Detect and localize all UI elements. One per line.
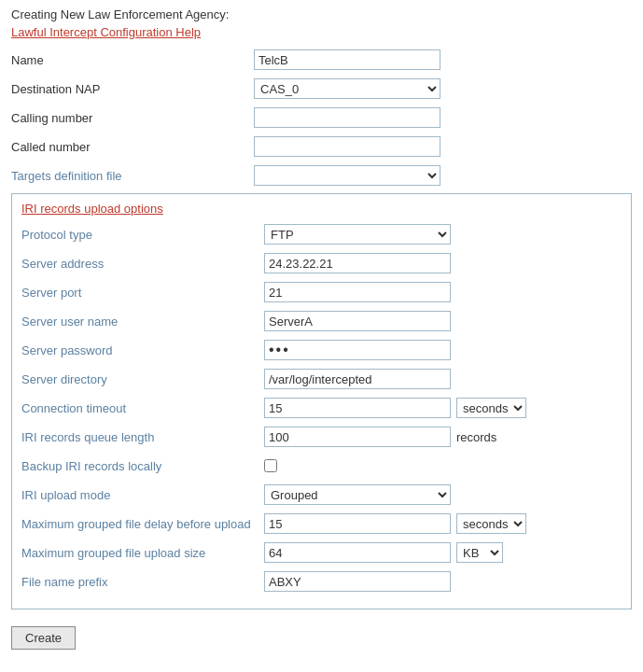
max-grouped-size-label: Maximum grouped file upload size [21, 546, 264, 560]
server-password-label: Server password [21, 343, 264, 357]
backup-iri-checkbox[interactable] [264, 459, 277, 472]
max-grouped-size-unit-select[interactable]: KB MB [456, 542, 503, 563]
iri-queue-unit: records [456, 430, 496, 444]
destination-nap-select[interactable]: CAS_0 CAS_1 [254, 78, 440, 99]
help-link[interactable]: Lawful Intercept Configuration Help [11, 25, 632, 39]
called-number-row: Called number [11, 135, 632, 158]
server-directory-input[interactable] [264, 369, 451, 389]
max-grouped-size-input[interactable] [264, 542, 451, 563]
connection-timeout-row: Connection timeout seconds minutes [21, 397, 622, 419]
server-address-input[interactable] [264, 253, 451, 273]
iri-section: IRI records upload options Protocol type… [11, 193, 632, 609]
name-label: Name [11, 53, 254, 67]
iri-queue-input[interactable] [264, 427, 451, 447]
called-number-input[interactable] [254, 136, 440, 157]
name-input[interactable] [254, 49, 440, 70]
file-name-prefix-input[interactable] [264, 571, 451, 592]
server-port-input[interactable] [264, 282, 451, 302]
file-name-prefix-row: File name prefix [21, 570, 622, 593]
iri-upload-mode-label: IRI upload mode [21, 488, 264, 502]
destination-nap-label: Destination NAP [11, 82, 254, 96]
protocol-type-label: Protocol type [21, 228, 264, 242]
calling-number-row: Calling number [11, 106, 632, 129]
iri-upload-mode-select[interactable]: Grouped Immediate [264, 484, 451, 505]
backup-iri-label: Backup IRI records locally [21, 459, 264, 473]
server-user-label: Server user name [21, 315, 264, 329]
destination-nap-row: Destination NAP CAS_0 CAS_1 [11, 77, 632, 100]
max-grouped-delay-unit-select[interactable]: seconds minutes [456, 513, 526, 534]
targets-def-select[interactable] [254, 165, 440, 186]
targets-def-row: Targets definition file [11, 164, 632, 187]
connection-timeout-label: Connection timeout [21, 401, 264, 415]
server-password-row: Server password [21, 339, 622, 361]
calling-number-input[interactable] [254, 107, 440, 128]
connection-timeout-unit-select[interactable]: seconds minutes [456, 398, 526, 418]
server-address-label: Server address [21, 257, 264, 271]
page-title: Creating New Law Enforcement Agency: [11, 7, 632, 21]
max-grouped-delay-label: Maximum grouped file delay before upload [21, 517, 264, 531]
backup-iri-row: Backup IRI records locally [21, 455, 622, 477]
server-directory-label: Server directory [21, 372, 264, 386]
name-row: Name [11, 49, 632, 71]
server-user-row: Server user name [21, 310, 622, 332]
server-directory-row: Server directory [21, 368, 622, 390]
iri-queue-row: IRI records queue length records [21, 426, 622, 448]
server-user-input[interactable] [264, 311, 451, 331]
server-port-row: Server port [21, 281, 622, 303]
connection-timeout-input[interactable] [264, 398, 451, 418]
iri-queue-label: IRI records queue length [21, 430, 264, 444]
targets-def-label: Targets definition file [11, 169, 254, 183]
called-number-label: Called number [11, 140, 254, 154]
server-address-row: Server address [21, 252, 622, 274]
file-name-prefix-label: File name prefix [21, 575, 264, 589]
iri-section-title[interactable]: IRI records upload options [21, 202, 622, 216]
iri-upload-mode-row: IRI upload mode Grouped Immediate [21, 483, 622, 506]
max-grouped-size-row: Maximum grouped file upload size KB MB [21, 541, 622, 564]
server-port-label: Server port [21, 286, 264, 300]
max-grouped-delay-input[interactable] [264, 513, 451, 534]
calling-number-label: Calling number [11, 111, 254, 125]
protocol-type-row: Protocol type FTP SFTP HTTP [21, 223, 622, 245]
max-grouped-delay-row: Maximum grouped file delay before upload… [21, 512, 622, 535]
server-password-input[interactable] [264, 340, 451, 360]
create-button[interactable]: Create [11, 626, 76, 650]
protocol-type-select[interactable]: FTP SFTP HTTP [264, 224, 451, 245]
